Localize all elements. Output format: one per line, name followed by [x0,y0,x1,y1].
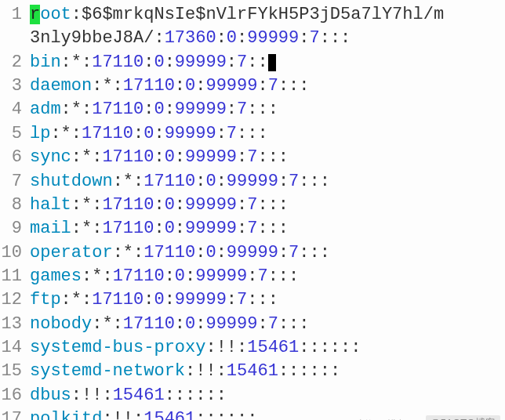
code-line[interactable]: 5lp:*:17110:0:99999:7::: [0,122,505,146]
line-number: 2 [0,51,30,74]
line-number: 6 [0,146,30,169]
watermark-url: https://blog.c [359,417,423,420]
code-line[interactable]: 7shutdown:*:17110:0:99999:7::: [0,170,505,194]
line-content: operator:*:17110:0:99999:7::: [30,241,505,265]
code-line[interactable]: 10operator:*:17110:0:99999:7::: [0,241,505,265]
code-line[interactable]: 8halt:*:17110:0:99999:7::: [0,194,505,217]
line-number: 14 [0,336,30,360]
line-number: 3 [0,74,30,98]
line-content: lp:*:17110:0:99999:7::: [30,122,505,146]
line-content: dbus:!!:15461:::::: [30,384,505,407]
line-content: sync:*:17110:0:99999:7::: [30,146,505,169]
code-line[interactable]: 11games:*:17110:0:99999:7::: [0,265,505,288]
line-number: 9 [0,217,30,241]
line-content: halt:*:17110:0:99999:7::: [30,194,505,217]
line-content: 3nly9bbeJ8A/:17360:0:99999:7::: [30,27,505,50]
code-line[interactable]: 16dbus:!!:15461:::::: [0,384,505,407]
text-editor[interactable]: 1root:$6$mrkqNsIe$nVlrFYkH5P3jD5a7lY7hl/… [0,3,505,420]
code-line[interactable]: 1root:$6$mrkqNsIe$nVlrFYkH5P3jD5a7lY7hl/… [0,3,505,27]
line-number: 5 [0,122,30,146]
line-number: 15 [0,360,30,383]
code-line[interactable]: 6sync:*:17110:0:99999:7::: [0,146,505,169]
line-number: 8 [0,194,30,217]
line-number: 10 [0,241,30,265]
line-content: games:*:17110:0:99999:7::: [30,265,505,288]
line-number: 12 [0,288,30,312]
code-line[interactable]: 4adm:*:17110:0:99999:7::: [0,98,505,121]
line-number: 4 [0,98,30,121]
code-line[interactable]: 13nobody:*:17110:0:99999:7::: [0,313,505,336]
code-line[interactable]: 3daemon:*:17110:0:99999:7::: [0,74,505,98]
code-line[interactable]: 2bin:*:17110:0:99999:7:: [0,51,505,74]
watermark: https://blog.c @51CTO博客 [359,416,500,420]
line-content: systemd-bus-proxy:!!:15461:::::: [30,336,505,360]
text-cursor [268,54,276,71]
line-content: shutdown:*:17110:0:99999:7::: [30,170,505,194]
code-line[interactable]: 14systemd-bus-proxy:!!:15461:::::: [0,336,505,360]
line-content: daemon:*:17110:0:99999:7::: [30,74,505,98]
code-line-wrap[interactable]: 3nly9bbeJ8A/:17360:0:99999:7::: [0,27,505,50]
code-line[interactable]: 12ftp:*:17110:0:99999:7::: [0,288,505,312]
line-content: root:$6$mrkqNsIe$nVlrFYkH5P3jD5a7lY7hl/m [30,3,505,27]
line-content: ftp:*:17110:0:99999:7::: [30,288,505,312]
line-content: systemd-network:!!:15461:::::: [30,360,505,383]
line-number: 1 [0,3,30,27]
line-content: mail:*:17110:0:99999:7::: [30,217,505,241]
line-number: 17 [0,407,30,420]
line-content: adm:*:17110:0:99999:7::: [30,98,505,121]
line-content: nobody:*:17110:0:99999:7::: [30,313,505,336]
line-number: 7 [0,170,30,194]
code-line[interactable]: 15systemd-network:!!:15461:::::: [0,360,505,383]
line-number: 16 [0,384,30,407]
watermark-brand: @51CTO博客 [426,415,500,420]
line-content: bin:*:17110:0:99999:7:: [30,51,505,74]
code-line[interactable]: 9mail:*:17110:0:99999:7::: [0,217,505,241]
line-number: 11 [0,265,30,288]
line-number: 13 [0,313,30,336]
